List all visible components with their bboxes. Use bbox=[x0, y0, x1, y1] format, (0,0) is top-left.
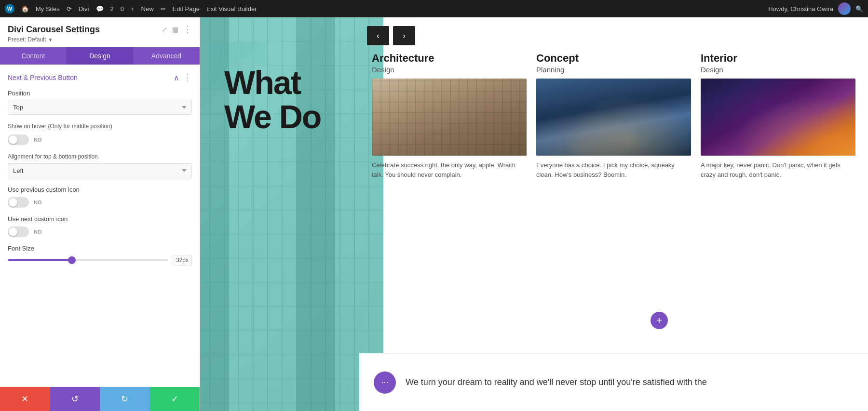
main-layout: Divi Carousel Settings ⤢ ▦ ⋮ Preset: Def… bbox=[0, 17, 868, 411]
carousel-section: ‹ › Architecture Design Celebrate succes… bbox=[359, 17, 868, 411]
card-subtitle-concept: Planning bbox=[536, 66, 691, 74]
prev-arrow-icon: ‹ bbox=[377, 31, 380, 41]
hover-label: Show on hover (Only for middle position) bbox=[8, 122, 192, 131]
card-desc-interior: A major key, never panic. Don't panic, w… bbox=[701, 160, 855, 353]
comments-count: 2 bbox=[110, 5, 114, 13]
chat-bubble-button[interactable]: ··· bbox=[374, 371, 396, 394]
hover-toggle-label: NO bbox=[34, 137, 42, 143]
more-icon[interactable]: ⋮ bbox=[183, 24, 192, 35]
preview-area: What We Do ‹ › Architecture Design bbox=[200, 17, 868, 411]
howdy-text: Howdy, Christina Gwira bbox=[768, 5, 833, 13]
bottom-bar: ✕ ↺ ↻ ✓ bbox=[0, 387, 200, 411]
architecture-image bbox=[372, 79, 527, 156]
my-sites-link[interactable]: My Sites bbox=[36, 5, 60, 13]
admin-bar: W 🏠 My Sites ⟳ Divi 💬 2 0 + New ✏ Edit P… bbox=[0, 0, 868, 17]
next-icon-toggle-row: NO bbox=[8, 226, 192, 237]
redo-button[interactable]: ↻ bbox=[100, 387, 150, 411]
site-icon: 🏠 bbox=[21, 5, 29, 13]
card-concept: Concept Planning Everyone has a choice. … bbox=[531, 52, 696, 397]
card-subtitle-architecture: Design bbox=[372, 66, 527, 74]
card-title-concept: Concept bbox=[536, 52, 691, 65]
hover-field-group: Show on hover (Only for middle position)… bbox=[8, 122, 192, 145]
prev-icon-toggle[interactable] bbox=[8, 197, 29, 208]
next-nav-button[interactable]: › bbox=[393, 26, 415, 45]
card-image-concept bbox=[536, 79, 691, 156]
plus-new-icon: + bbox=[131, 5, 135, 13]
pencil-icon: ✏ bbox=[161, 5, 166, 13]
card-subtitle-interior: Design bbox=[701, 66, 855, 74]
font-size-label: Font Size bbox=[8, 245, 192, 252]
chevron-down-icon: ▼ bbox=[48, 37, 53, 42]
left-panel: Divi Carousel Settings ⤢ ▦ ⋮ Preset: Def… bbox=[0, 17, 200, 411]
save-button[interactable]: ✓ bbox=[150, 387, 200, 411]
section-actions: ∧ ⋮ bbox=[174, 72, 192, 83]
toggle-knob-next bbox=[9, 227, 17, 236]
add-section-button[interactable]: + bbox=[651, 312, 668, 329]
tab-design[interactable]: Design bbox=[67, 47, 133, 65]
section-header: Next & Previous Button ∧ ⋮ bbox=[8, 72, 192, 83]
divi-link[interactable]: Divi bbox=[79, 5, 89, 13]
prev-nav-button[interactable]: ‹ bbox=[367, 26, 389, 45]
card-desc-concept: Everyone has a choice. I pick my choice,… bbox=[536, 160, 691, 353]
prev-icon-toggle-row: NO bbox=[8, 197, 192, 208]
svg-rect-31 bbox=[240, 42, 252, 65]
slider-thumb[interactable] bbox=[68, 256, 76, 264]
alignment-select[interactable]: Left Center Right bbox=[8, 163, 192, 178]
tab-content[interactable]: Content bbox=[0, 47, 67, 65]
tab-bar: Content Design Advanced bbox=[0, 47, 200, 65]
concept-image bbox=[536, 79, 691, 156]
next-icon-field-group: Use next custom icon NO bbox=[8, 215, 192, 237]
layout-icon[interactable]: ▦ bbox=[172, 26, 178, 33]
prev-icon-field-group: Use previous custom icon NO bbox=[8, 186, 192, 208]
card-architecture: Architecture Design Celebrate success ri… bbox=[367, 52, 531, 397]
position-select[interactable]: Top Middle Bottom bbox=[8, 100, 192, 115]
font-size-value[interactable]: 32px bbox=[173, 255, 192, 265]
search-icon[interactable]: 🔍 bbox=[855, 5, 863, 13]
nav-buttons: ‹ › bbox=[359, 17, 868, 52]
divi-icon: ⟳ bbox=[67, 5, 72, 13]
prev-icon-toggle-label: NO bbox=[34, 199, 42, 205]
comment-icon: 💬 bbox=[96, 5, 104, 13]
edit-page-link[interactable]: Edit Page bbox=[173, 5, 200, 13]
slider-fill bbox=[8, 259, 72, 261]
exit-builder-link[interactable]: Exit Visual Builder bbox=[206, 5, 257, 13]
undo-button[interactable]: ↺ bbox=[50, 387, 100, 411]
panel-header: Divi Carousel Settings ⤢ ▦ ⋮ Preset: Def… bbox=[0, 17, 200, 47]
svg-rect-32 bbox=[254, 42, 267, 65]
preset-label[interactable]: Preset: Default ▼ bbox=[8, 36, 192, 43]
bottom-text: We turn your dream to reality and we'll … bbox=[406, 376, 707, 388]
cancel-button[interactable]: ✕ bbox=[0, 387, 50, 411]
font-size-field-group: Font Size 32px bbox=[8, 245, 192, 265]
admin-bar-right: Howdy, Christina Gwira 🔍 bbox=[768, 2, 863, 15]
admin-bar-left: W 🏠 My Sites ⟳ Divi 💬 2 0 + New ✏ Edit P… bbox=[5, 4, 760, 13]
slider-track bbox=[8, 259, 168, 261]
resize-icon[interactable]: ⤢ bbox=[162, 26, 167, 33]
hover-toggle-row: NO bbox=[8, 134, 192, 145]
section-title: Next & Previous Button bbox=[8, 74, 78, 81]
interior-image bbox=[701, 79, 855, 156]
tab-advanced[interactable]: Advanced bbox=[133, 47, 200, 65]
next-icon-label: Use next custom icon bbox=[8, 215, 192, 223]
next-icon-toggle-label: NO bbox=[34, 229, 42, 235]
card-image-interior bbox=[701, 79, 855, 156]
panel-title: Divi Carousel Settings bbox=[8, 25, 100, 35]
position-label: Position bbox=[8, 90, 192, 97]
hover-toggle[interactable] bbox=[8, 134, 29, 145]
toggle-knob-prev bbox=[9, 198, 17, 207]
card-title-interior: Interior bbox=[701, 52, 855, 65]
section-more-icon[interactable]: ⋮ bbox=[183, 72, 192, 83]
panel-content: Next & Previous Button ∧ ⋮ Position Top … bbox=[0, 65, 200, 387]
card-title-architecture: Architecture bbox=[372, 52, 527, 65]
next-icon-toggle[interactable] bbox=[8, 226, 29, 237]
font-size-slider-row: 32px bbox=[8, 255, 192, 265]
new-link[interactable]: New bbox=[141, 5, 154, 13]
card-desc-architecture: Celebrate success right, the only way, a… bbox=[372, 160, 527, 353]
wordpress-icon[interactable]: W bbox=[5, 4, 14, 13]
collapse-icon[interactable]: ∧ bbox=[174, 73, 179, 82]
hero-text: What We Do bbox=[224, 66, 321, 134]
alignment-label: Alignment for top & bottom position bbox=[8, 153, 192, 161]
dots-icon: ··· bbox=[381, 377, 388, 387]
next-arrow-icon: › bbox=[403, 31, 406, 41]
position-field-group: Position Top Middle Bottom bbox=[8, 90, 192, 115]
alignment-field-group: Alignment for top & bottom position Left… bbox=[8, 153, 192, 178]
